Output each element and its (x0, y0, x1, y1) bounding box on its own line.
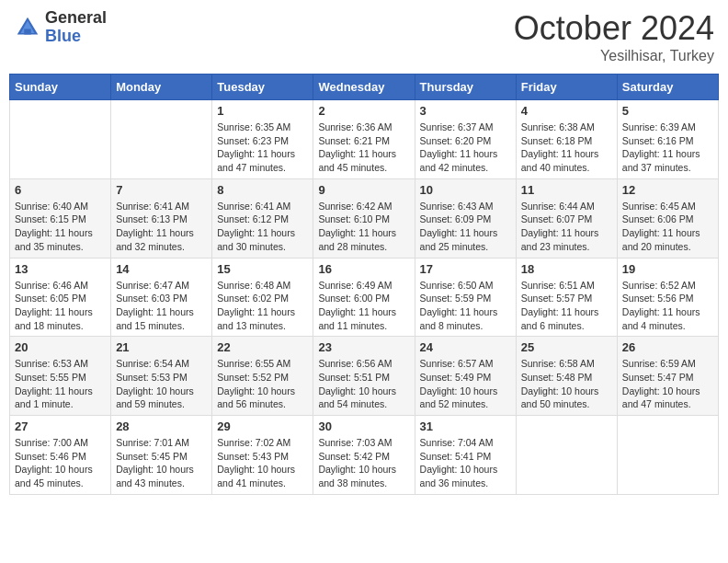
logo-text: General Blue (45, 9, 107, 46)
day-number: 17 (420, 262, 511, 276)
day-number: 4 (521, 104, 612, 118)
day-info: Sunrise: 6:38 AMSunset: 6:18 PMDaylight:… (521, 121, 612, 175)
calendar-cell: 13Sunrise: 6:46 AMSunset: 6:05 PMDayligh… (10, 258, 111, 337)
day-number: 14 (116, 262, 207, 276)
day-of-week-header: Tuesday (212, 75, 313, 100)
calendar-cell: 27Sunrise: 7:00 AMSunset: 5:46 PMDayligh… (10, 416, 111, 495)
calendar-cell: 20Sunrise: 6:53 AMSunset: 5:55 PMDayligh… (10, 337, 111, 416)
calendar-header-row: SundayMondayTuesdayWednesdayThursdayFrid… (10, 75, 719, 100)
day-number: 24 (420, 340, 511, 354)
day-number: 9 (318, 183, 409, 197)
calendar-cell (617, 416, 718, 495)
day-of-week-header: Saturday (617, 75, 718, 100)
calendar-cell: 29Sunrise: 7:02 AMSunset: 5:43 PMDayligh… (212, 416, 313, 495)
day-info: Sunrise: 6:39 AMSunset: 6:16 PMDaylight:… (622, 121, 713, 175)
day-info: Sunrise: 6:42 AMSunset: 6:10 PMDaylight:… (318, 200, 409, 254)
day-number: 6 (15, 183, 106, 197)
calendar-cell: 19Sunrise: 6:52 AMSunset: 5:56 PMDayligh… (617, 258, 718, 337)
day-info: Sunrise: 6:54 AMSunset: 5:53 PMDaylight:… (116, 357, 207, 411)
calendar-cell: 23Sunrise: 6:56 AMSunset: 5:51 PMDayligh… (313, 337, 415, 416)
calendar-cell: 6Sunrise: 6:40 AMSunset: 6:15 PMDaylight… (10, 178, 111, 258)
day-of-week-header: Monday (111, 75, 212, 100)
calendar-cell: 30Sunrise: 7:03 AMSunset: 5:42 PMDayligh… (313, 416, 415, 495)
day-info: Sunrise: 6:35 AMSunset: 6:23 PMDaylight:… (217, 121, 308, 175)
day-info: Sunrise: 6:43 AMSunset: 6:09 PMDaylight:… (420, 200, 511, 254)
calendar-cell: 28Sunrise: 7:01 AMSunset: 5:45 PMDayligh… (111, 416, 212, 495)
day-number: 22 (217, 340, 308, 354)
day-number: 1 (217, 104, 308, 118)
day-info: Sunrise: 6:49 AMSunset: 6:00 PMDaylight:… (318, 279, 409, 333)
calendar-cell: 15Sunrise: 6:48 AMSunset: 6:02 PMDayligh… (212, 258, 313, 337)
day-info: Sunrise: 6:56 AMSunset: 5:51 PMDaylight:… (318, 357, 409, 411)
day-of-week-header: Thursday (415, 75, 516, 100)
calendar-week-row: 1Sunrise: 6:35 AMSunset: 6:23 PMDaylight… (10, 100, 719, 179)
day-number: 10 (420, 183, 511, 197)
calendar-cell (516, 416, 617, 495)
day-number: 11 (521, 183, 612, 197)
day-info: Sunrise: 6:58 AMSunset: 5:48 PMDaylight:… (521, 357, 612, 411)
calendar-cell: 21Sunrise: 6:54 AMSunset: 5:53 PMDayligh… (111, 337, 212, 416)
day-info: Sunrise: 7:01 AMSunset: 5:45 PMDaylight:… (116, 436, 207, 490)
day-number: 5 (622, 104, 713, 118)
calendar-cell: 10Sunrise: 6:43 AMSunset: 6:09 PMDayligh… (415, 178, 516, 258)
calendar-cell (111, 100, 212, 179)
calendar-cell: 14Sunrise: 6:47 AMSunset: 6:03 PMDayligh… (111, 258, 212, 337)
calendar-cell: 7Sunrise: 6:41 AMSunset: 6:13 PMDaylight… (111, 178, 212, 258)
title-block: October 2024 Yesilhisar, Turkey (514, 9, 714, 64)
calendar-cell: 2Sunrise: 6:36 AMSunset: 6:21 PMDaylight… (313, 100, 415, 179)
day-of-week-header: Wednesday (313, 75, 415, 100)
day-number: 2 (318, 104, 409, 118)
calendar-week-row: 20Sunrise: 6:53 AMSunset: 5:55 PMDayligh… (10, 337, 719, 416)
calendar-cell: 25Sunrise: 6:58 AMSunset: 5:48 PMDayligh… (516, 337, 617, 416)
calendar-week-row: 27Sunrise: 7:00 AMSunset: 5:46 PMDayligh… (10, 416, 719, 495)
day-info: Sunrise: 7:04 AMSunset: 5:41 PMDaylight:… (420, 436, 511, 490)
day-number: 29 (217, 419, 308, 433)
day-info: Sunrise: 6:50 AMSunset: 5:59 PMDaylight:… (420, 279, 511, 333)
day-number: 19 (622, 262, 713, 276)
calendar-cell: 26Sunrise: 6:59 AMSunset: 5:47 PMDayligh… (617, 337, 718, 416)
calendar-cell: 3Sunrise: 6:37 AMSunset: 6:20 PMDaylight… (415, 100, 516, 179)
logo-general: General (45, 9, 107, 28)
day-number: 31 (420, 419, 511, 433)
logo-blue: Blue (45, 28, 107, 46)
day-of-week-header: Sunday (10, 75, 111, 100)
day-number: 18 (521, 262, 612, 276)
day-info: Sunrise: 6:55 AMSunset: 5:52 PMDaylight:… (217, 357, 308, 411)
day-info: Sunrise: 6:41 AMSunset: 6:12 PMDaylight:… (217, 200, 308, 254)
svg-rect-2 (24, 29, 31, 34)
calendar-cell: 22Sunrise: 6:55 AMSunset: 5:52 PMDayligh… (212, 337, 313, 416)
calendar-cell: 16Sunrise: 6:49 AMSunset: 6:00 PMDayligh… (313, 258, 415, 337)
day-info: Sunrise: 6:47 AMSunset: 6:03 PMDaylight:… (116, 279, 207, 333)
calendar-week-row: 13Sunrise: 6:46 AMSunset: 6:05 PMDayligh… (10, 258, 719, 337)
day-info: Sunrise: 6:46 AMSunset: 6:05 PMDaylight:… (15, 279, 106, 333)
calendar-cell: 11Sunrise: 6:44 AMSunset: 6:07 PMDayligh… (516, 178, 617, 258)
day-info: Sunrise: 6:40 AMSunset: 6:15 PMDaylight:… (15, 200, 106, 254)
day-number: 30 (318, 419, 409, 433)
day-number: 7 (116, 183, 207, 197)
day-number: 3 (420, 104, 511, 118)
day-info: Sunrise: 6:48 AMSunset: 6:02 PMDaylight:… (217, 279, 308, 333)
day-info: Sunrise: 7:02 AMSunset: 5:43 PMDaylight:… (217, 436, 308, 490)
calendar-cell: 5Sunrise: 6:39 AMSunset: 6:16 PMDaylight… (617, 100, 718, 179)
day-info: Sunrise: 7:03 AMSunset: 5:42 PMDaylight:… (318, 436, 409, 490)
day-number: 16 (318, 262, 409, 276)
day-number: 15 (217, 262, 308, 276)
calendar-cell (10, 100, 111, 179)
calendar-cell: 4Sunrise: 6:38 AMSunset: 6:18 PMDaylight… (516, 100, 617, 179)
day-info: Sunrise: 6:41 AMSunset: 6:13 PMDaylight:… (116, 200, 207, 254)
calendar-cell: 8Sunrise: 6:41 AMSunset: 6:12 PMDaylight… (212, 178, 313, 258)
calendar-table: SundayMondayTuesdayWednesdayThursdayFrid… (9, 74, 719, 495)
day-number: 23 (318, 340, 409, 354)
day-info: Sunrise: 6:45 AMSunset: 6:06 PMDaylight:… (622, 200, 713, 254)
day-info: Sunrise: 7:00 AMSunset: 5:46 PMDaylight:… (15, 436, 106, 490)
day-number: 28 (116, 419, 207, 433)
calendar-cell: 17Sunrise: 6:50 AMSunset: 5:59 PMDayligh… (415, 258, 516, 337)
calendar-cell: 12Sunrise: 6:45 AMSunset: 6:06 PMDayligh… (617, 178, 718, 258)
location: Yesilhisar, Turkey (514, 48, 714, 64)
day-number: 27 (15, 419, 106, 433)
day-info: Sunrise: 6:37 AMSunset: 6:20 PMDaylight:… (420, 121, 511, 175)
day-number: 13 (15, 262, 106, 276)
day-info: Sunrise: 6:36 AMSunset: 6:21 PMDaylight:… (318, 121, 409, 175)
calendar-cell: 31Sunrise: 7:04 AMSunset: 5:41 PMDayligh… (415, 416, 516, 495)
day-of-week-header: Friday (516, 75, 617, 100)
